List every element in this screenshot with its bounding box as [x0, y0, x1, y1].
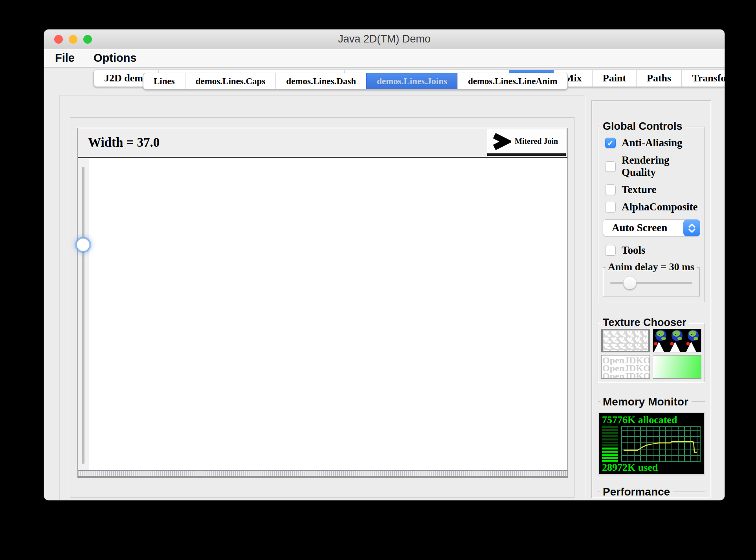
width-slider[interactable] [78, 158, 89, 470]
memory-allocated-label: 75776K allocated [602, 414, 701, 425]
subtab-dash[interactable]: demos.Lines.Dash [275, 73, 366, 89]
anti-aliasing-label: Anti-Aliasing [622, 137, 683, 149]
subtab-caps[interactable]: demos.Lines.Caps [185, 73, 276, 89]
tools-checkbox[interactable]: ✓ [605, 245, 616, 256]
subtab-lines[interactable]: Lines [143, 73, 185, 89]
memory-trend-line [624, 442, 697, 452]
subtab-lineanim[interactable]: demos.Lines.LineAnim [457, 73, 567, 89]
earth-sprite-icon [653, 329, 701, 352]
screen-combo-value: Auto Screen [603, 222, 667, 234]
anim-delay-slider-thumb[interactable] [623, 276, 637, 289]
bottom-hatch-shadow [78, 476, 567, 477]
window-title: Java 2D(TM) Demo [338, 33, 431, 45]
rendering-quality-label: Rendering Quality [622, 154, 701, 179]
alpha-composite-checkbox[interactable]: ✓ [605, 202, 616, 212]
up-down-chevrons-icon [687, 223, 697, 234]
texture-chooser-title: Texture Chooser [600, 317, 689, 329]
gauge-segment [602, 438, 618, 440]
memory-gauge [602, 426, 618, 462]
tab-paint[interactable]: Paint [592, 70, 636, 87]
texture-chooser-group: Texture Chooser [598, 323, 705, 382]
app-window: Java 2D(TM) Demo File Options J2D demo A… [44, 29, 725, 500]
subtab-joins[interactable]: demos.Lines.Joins [366, 73, 457, 89]
texture-checkbox[interactable]: ✓ [605, 184, 616, 195]
zoom-button[interactable] [83, 35, 92, 44]
menu-bar: File Options [44, 49, 725, 68]
join-type-label: Mitered Join [515, 137, 558, 146]
gauge-segment [602, 448, 618, 449]
tab-paths[interactable]: Paths [636, 70, 681, 87]
anim-delay-title: Anim delay = 30 ms [606, 261, 697, 273]
bottom-hatch-strip [78, 470, 567, 476]
alpha-composite-label: AlphaComposite [622, 201, 698, 213]
anti-aliasing-checkbox[interactable]: ✓ [605, 138, 616, 148]
combo-stepper-icon[interactable] [683, 219, 700, 236]
demo-header: Width = 37.0 Mitered Join [78, 128, 567, 158]
gauge-segment [602, 429, 618, 431]
tools-row: ✓ Tools [605, 244, 701, 256]
rendering-quality-row: ✓ Rendering Quality [605, 154, 701, 179]
content-area: J2D demo Arcs_Curves Clipping Colors Com… [44, 68, 725, 500]
gauge-segment [602, 451, 618, 453]
texture-swatch-earth[interactable] [653, 329, 701, 352]
menu-options[interactable]: Options [94, 52, 137, 64]
traffic-lights [54, 35, 92, 44]
texture-swatch-gradient[interactable] [653, 355, 701, 379]
anim-delay-group: Anim delay = 30 ms [603, 267, 700, 297]
demo-canvas [78, 158, 567, 470]
mitered-join-icon [490, 133, 511, 151]
memory-monitor-panel: 75776K allocated 28972K used [598, 412, 705, 475]
texture-label: Texture [622, 184, 657, 196]
gauge-segment [602, 426, 618, 428]
alpha-composite-row: ✓ AlphaComposite [605, 201, 701, 213]
lines-sub-tab-bar: Lines demos.Lines.Caps demos.Lines.Dash … [143, 73, 568, 90]
gauge-segment [602, 444, 618, 446]
lines-demo-panel: Width = 37.0 Mitered Join [59, 95, 585, 500]
check-icon: ✓ [607, 139, 614, 147]
texture-swatch-text[interactable]: OpenJDKOpe OpenJDKOpe OpenJDKOpe [601, 355, 650, 379]
minimize-button[interactable] [69, 35, 77, 44]
memory-trend-chart [621, 426, 701, 462]
close-button[interactable] [54, 35, 63, 44]
gauge-segment [602, 457, 618, 459]
width-slider-thumb[interactable] [77, 238, 90, 251]
memory-used-label: 28972K used [602, 462, 701, 473]
gauge-segment [602, 442, 618, 444]
tools-label: Tools [622, 244, 646, 256]
controls-sidebar: Global Controls ✓ Anti-Aliasing ✓ Render… [592, 101, 711, 498]
anim-delay-slider[interactable] [610, 282, 692, 284]
memory-trend-svg [622, 427, 700, 461]
texture-swatch-grid: OpenJDKOpe OpenJDKOpe OpenJDKOpe [601, 329, 701, 379]
global-controls-title: Global Controls [600, 120, 685, 133]
menu-file[interactable]: File [55, 52, 75, 64]
demo-group-box: Width = 37.0 Mitered Join [70, 117, 574, 498]
texture-swatch-pattern[interactable] [601, 329, 650, 352]
anti-aliasing-row: ✓ Anti-Aliasing [605, 137, 701, 149]
title-bar[interactable]: Java 2D(TM) Demo [44, 29, 725, 49]
gauge-segment [602, 435, 618, 437]
rendering-quality-checkbox[interactable]: ✓ [605, 161, 616, 172]
global-controls-group: Global Controls ✓ Anti-Aliasing ✓ Render… [598, 127, 705, 302]
demo-surface: Width = 37.0 Mitered Join [77, 128, 568, 478]
join-type-button[interactable]: Mitered Join [487, 129, 566, 156]
screen-combo[interactable]: Auto Screen [603, 219, 700, 236]
performance-title: Performance [598, 486, 705, 498]
tab-transforms[interactable]: Transforms [681, 70, 725, 87]
gauge-segment [602, 432, 618, 434]
texture-row: ✓ Texture [605, 184, 701, 196]
memory-monitor-title: Memory Monitor [598, 396, 705, 408]
texture-text-line: OpenJDKOpe [602, 372, 650, 379]
width-slider-track[interactable] [82, 167, 84, 464]
gauge-segment [602, 454, 618, 456]
stroke-width-label: Width = 37.0 [88, 135, 160, 150]
